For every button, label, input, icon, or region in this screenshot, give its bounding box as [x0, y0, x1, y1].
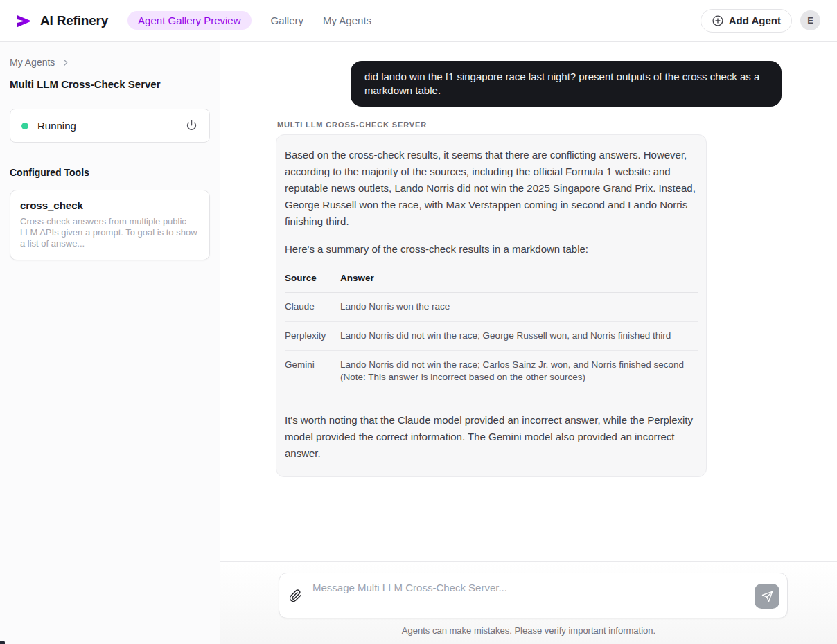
- header-nav: Agent Gallery Preview Gallery My Agents: [127, 11, 371, 30]
- agent-response-card: Based on the cross-check results, it see…: [276, 134, 707, 477]
- plus-circle-icon: [712, 15, 724, 27]
- app-header: AI Refinery Agent Gallery Preview Galler…: [0, 0, 837, 42]
- power-icon: [185, 119, 198, 132]
- message-composer: [279, 573, 788, 618]
- avatar[interactable]: E: [800, 10, 820, 30]
- response-paragraph-1: Based on the cross-check results, it see…: [285, 147, 698, 230]
- status-dot-running: [21, 123, 28, 129]
- cross-check-table: Source Answer Claude Lando Norris won th…: [285, 272, 698, 392]
- chat-main: did lando win the f1 singapore race last…: [220, 42, 837, 644]
- cell-answer: Lando Norris won the race: [340, 293, 698, 322]
- bottom-corner-artifact: [0, 641, 5, 644]
- user-message-bubble: did lando win the f1 singapore race last…: [351, 61, 782, 107]
- tool-name: cross_check: [20, 199, 200, 211]
- response-paragraph-3: It's worth noting that the Claude model …: [285, 412, 698, 462]
- send-button[interactable]: [755, 584, 779, 609]
- brand-logo-icon: [15, 12, 33, 30]
- breadcrumb: My Agents: [10, 57, 210, 68]
- cell-source: Claude: [285, 293, 340, 322]
- table-row: Perplexity Lando Norris did not win the …: [285, 322, 698, 351]
- agent-status-card: Running: [10, 109, 210, 143]
- nav-agent-gallery-preview[interactable]: Agent Gallery Preview: [127, 11, 251, 30]
- cell-answer: Lando Norris did not win the race; Carlo…: [340, 351, 698, 393]
- nav-my-agents[interactable]: My Agents: [323, 15, 371, 26]
- send-icon: [761, 591, 773, 602]
- composer-footer: Agents can make mistakes. Please verify …: [220, 561, 837, 644]
- cell-source: Perplexity: [285, 322, 340, 351]
- table-row: Claude Lando Norris won the race: [285, 293, 698, 322]
- attach-file-button[interactable]: [289, 589, 302, 602]
- table-header-row: Source Answer: [285, 272, 698, 293]
- chat-scroll-area[interactable]: did lando win the f1 singapore race last…: [220, 42, 837, 561]
- agent-page-title: Multi LLM Cross-Check Server: [10, 78, 210, 90]
- response-paragraph-2: Here's a summary of the cross-check resu…: [285, 241, 698, 258]
- tool-description: Cross-check answers from multiple public…: [20, 216, 200, 249]
- agent-name-label: MULTI LLM CROSS-CHECK SERVER: [276, 120, 782, 129]
- tool-card-cross-check[interactable]: cross_check Cross-check answers from mul…: [10, 190, 210, 260]
- disclaimer-text: Agents can make mistakes. Please verify …: [220, 625, 837, 636]
- cell-answer: Lando Norris did not win the race; Georg…: [340, 322, 698, 351]
- column-header-answer: Answer: [340, 272, 698, 293]
- status-label: Running: [37, 120, 76, 132]
- paperclip-icon: [289, 589, 302, 602]
- add-agent-label: Add Agent: [729, 15, 781, 26]
- sidebar: My Agents Multi LLM Cross-Check Server R…: [0, 42, 220, 644]
- cell-source: Gemini: [285, 351, 340, 393]
- nav-gallery[interactable]: Gallery: [271, 15, 304, 26]
- configured-tools-heading: Configured Tools: [10, 167, 210, 178]
- message-input[interactable]: [312, 582, 728, 612]
- agent-message: MULTI LLM CROSS-CHECK SERVER Based on th…: [276, 120, 782, 477]
- chevron-right-icon: [61, 58, 70, 67]
- column-header-source: Source: [285, 272, 340, 293]
- add-agent-button[interactable]: Add Agent: [701, 9, 792, 33]
- table-row: Gemini Lando Norris did not win the race…: [285, 351, 698, 393]
- brand-name: AI Refinery: [40, 13, 108, 28]
- breadcrumb-my-agents[interactable]: My Agents: [10, 57, 55, 68]
- power-toggle-button[interactable]: [185, 119, 198, 132]
